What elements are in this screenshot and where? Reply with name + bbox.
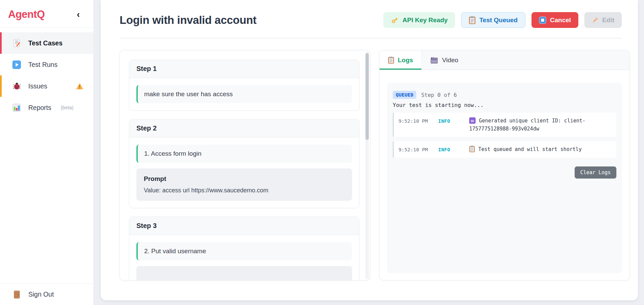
steps-panel: Step 1 make sure the user has access Ste…	[120, 50, 370, 280]
logs-panel: Logs Video QUEUED Step 0 of 6 Your test	[379, 50, 630, 280]
logs-tabbar: Logs Video	[380, 50, 630, 70]
memo-icon	[12, 39, 21, 47]
cancel-label: Cancel	[550, 16, 571, 24]
header-actions: API Key Ready Test Queued Cancel	[383, 12, 622, 28]
log-entry: 9:52:10 PM INFO IDGenerated unique clien…	[393, 113, 616, 137]
tab-video-label: Video	[442, 56, 458, 64]
sidebar-item-issues[interactable]: Issues	[0, 75, 93, 97]
app-root: AgentQ ‹ Test Cases Test Runs Issue	[0, 0, 644, 305]
content-columns: Step 1 make sure the user has access Ste…	[120, 50, 630, 280]
step-body: 2. Put valid username	[129, 235, 359, 280]
play-icon	[12, 61, 21, 69]
sidebar: AgentQ ‹ Test Cases Test Runs Issue	[0, 0, 93, 305]
step-card-2: Step 2 1. Access form login Prompt Value…	[129, 119, 359, 208]
status-badge: QUEUED	[393, 91, 416, 99]
id-icon: ID	[469, 117, 476, 124]
log-message: IDGenerated unique client ID: client-175…	[455, 117, 612, 133]
step-card-3: Step 3 2. Put valid username	[129, 217, 359, 280]
app-logo: AgentQ	[8, 8, 45, 21]
step-instruction: 2. Put valid username	[136, 242, 352, 260]
tab-logs[interactable]: Logs	[380, 50, 422, 70]
tab-video[interactable]: Video	[422, 50, 466, 70]
log-timestamp: 9:52:10 PM	[398, 145, 431, 154]
log-entry: 9:52:10 PM INFO Test queued and will sta…	[393, 141, 616, 158]
edit-button[interactable]: Edit	[584, 12, 622, 28]
clear-logs-button[interactable]: Clear Logs	[575, 166, 616, 179]
bar-chart-icon	[12, 104, 21, 112]
log-timestamp: 9:52:10 PM	[398, 117, 431, 125]
step-title: Step 3	[129, 217, 359, 235]
sidebar-header: AgentQ ‹	[0, 0, 93, 28]
step-instruction: make sure the user has access	[136, 85, 352, 103]
prompt-label: Prompt	[144, 175, 345, 183]
pencil-icon	[592, 17, 599, 24]
sign-out-button[interactable]: Sign Out	[0, 283, 93, 305]
page-title: Login with invalid account	[120, 14, 257, 27]
prompt-value: Value: access url https://www.saucedemo.…	[144, 187, 345, 194]
cancel-button[interactable]: Cancel	[532, 12, 578, 28]
warning-icon	[76, 83, 87, 89]
sidebar-item-test-cases[interactable]: Test Cases	[0, 32, 93, 54]
sidebar-item-label: Issues	[28, 82, 47, 90]
step-title: Step 1	[129, 60, 359, 78]
sidebar-nav: Test Cases Test Runs Issues	[0, 32, 93, 118]
sidebar-item-test-runs[interactable]: Test Runs	[0, 54, 93, 75]
svg-text:ID: ID	[471, 119, 474, 123]
step-instruction: 1. Access form login	[136, 145, 352, 163]
api-key-ready-button[interactable]: API Key Ready	[383, 12, 455, 28]
step-body: 1. Access form login Prompt Value: acces…	[129, 138, 359, 208]
clipboard-icon	[469, 16, 476, 24]
key-icon	[391, 16, 399, 24]
steps-scrollbar-thumb[interactable]	[365, 53, 369, 140]
tab-logs-label: Logs	[398, 56, 413, 64]
clear-logs-row: Clear Logs	[393, 166, 616, 179]
sidebar-item-label: Test Cases	[28, 39, 63, 47]
edit-label: Edit	[602, 16, 614, 24]
clapper-icon	[430, 56, 438, 64]
log-console: QUEUED Step 0 of 6 Your test is starting…	[387, 83, 622, 273]
clipboard-icon	[388, 56, 394, 64]
sidebar-item-label: Reports	[28, 104, 51, 112]
header-divider	[120, 38, 622, 38]
door-icon	[12, 291, 21, 299]
api-key-ready-label: API Key Ready	[402, 16, 448, 24]
log-message-text: Test queued and will start shortly	[478, 146, 582, 152]
status-message: Your test is starting now...	[393, 102, 616, 108]
beta-tag: (beta)	[61, 105, 73, 110]
step-card-1: Step 1 make sure the user has access	[129, 60, 359, 111]
sign-out-label: Sign Out	[28, 291, 54, 298]
log-message-text: Generated unique client ID: client-17577…	[469, 118, 585, 132]
test-queued-button[interactable]: Test Queued	[461, 12, 525, 28]
chevron-left-icon[interactable]: ‹	[77, 10, 80, 19]
step-body: make sure the user has access	[129, 78, 359, 110]
bug-icon	[12, 82, 21, 90]
page-header: Login with invalid account API Key Ready…	[101, 0, 638, 28]
log-message: Test queued and will start shortly	[455, 145, 612, 153]
test-queued-label: Test Queued	[479, 16, 518, 24]
prompt-box: Prompt Value: access url https://www.sau…	[136, 168, 352, 201]
prompt-box	[136, 266, 352, 280]
log-level: INFO	[438, 145, 455, 153]
sidebar-item-label: Test Runs	[28, 61, 58, 69]
clipboard-icon	[469, 146, 475, 152]
log-status-line: QUEUED Step 0 of 6	[393, 91, 616, 99]
log-level: INFO	[438, 117, 455, 125]
step-counter: Step 0 of 6	[421, 92, 457, 98]
main-content: Login with invalid account API Key Ready…	[101, 0, 638, 300]
step-title: Step 2	[129, 119, 359, 138]
stop-icon	[539, 16, 546, 24]
sidebar-item-reports[interactable]: Reports (beta)	[0, 97, 93, 118]
